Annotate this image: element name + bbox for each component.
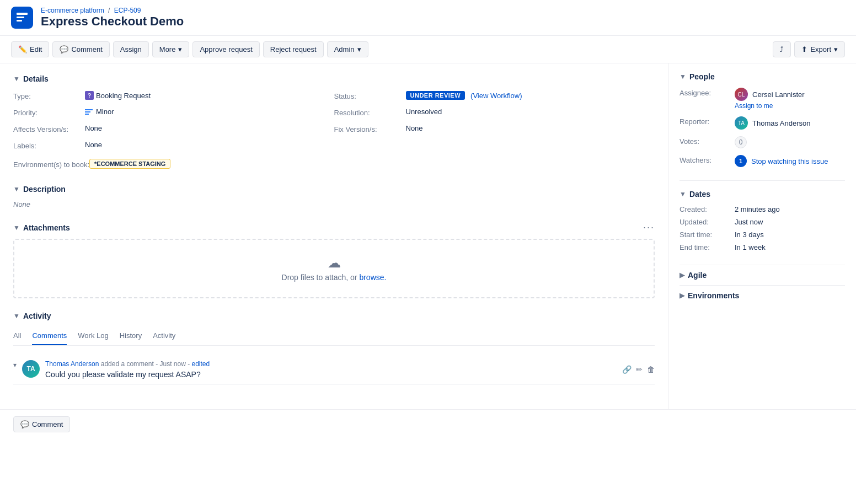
end-time-label: End time: [680, 243, 735, 251]
environments-chevron-icon: ▶ [680, 292, 684, 299]
comment-collapse-button[interactable]: ▾ [13, 360, 17, 369]
details-grid: Type: ? Booking Request Priority: [13, 90, 655, 171]
view-workflow-link[interactable]: (View Workflow) [470, 92, 522, 100]
stop-watching-link[interactable]: Stop watching this issue [751, 157, 828, 165]
export-button[interactable]: ⬆ Export ▾ [794, 41, 845, 57]
bottom-comment-icon: 💬 [20, 420, 29, 428]
labels-label: Labels: [13, 141, 85, 150]
assignee-value: CL Cersei Lannister Assign to me [735, 88, 845, 110]
reporter-name: Thomas Anderson [752, 119, 811, 127]
environment-label: Environment(s) to book: [13, 159, 89, 169]
comment-button[interactable]: 💬 Comment [52, 41, 109, 57]
end-time-row: End time: In 1 week [680, 243, 845, 251]
agile-section[interactable]: ▶ Agile [680, 265, 845, 285]
fix-value: None [406, 124, 423, 132]
type-value: ? Booking Request [85, 91, 151, 100]
description-text: None [13, 200, 655, 208]
people-chevron-icon: ▼ [680, 73, 686, 81]
assignee-row: Assignee: CL Cersei Lannister Assign to … [680, 88, 845, 110]
type-row: Type: ? Booking Request [13, 90, 334, 105]
comment-body: Thomas Anderson added a comment - Just n… [45, 360, 617, 379]
drop-zone[interactable]: ☁ Drop files to attach, or browse. [13, 239, 655, 298]
description-section-header[interactable]: ▼ Description [13, 185, 655, 194]
browse-link[interactable]: browse. [359, 273, 386, 282]
start-time-row: Start time: In 3 days [680, 230, 845, 239]
booking-type-icon: ? [85, 91, 94, 100]
comment-delete-icon[interactable]: 🗑 [647, 365, 655, 374]
priority-icon [85, 109, 93, 115]
tab-comments[interactable]: Comments [32, 327, 67, 345]
right-panel: ▼ People Assignee: CL Cersei Lannister A… [668, 63, 856, 409]
comment-text: Could you please validate my request ASA… [45, 370, 617, 379]
approve-button[interactable]: Approve request [192, 41, 259, 57]
status-row: Status: UNDER REVIEW (View Workflow) [334, 90, 655, 105]
dates-section-header[interactable]: ▼ Dates [680, 190, 845, 199]
export-icon: ⬆ [801, 45, 807, 53]
votes-value: 0 [735, 136, 845, 148]
comment-author-link[interactable]: Thomas Anderson [45, 360, 99, 368]
assignee-label: Assignee: [680, 88, 735, 97]
agile-chevron-icon: ▶ [680, 271, 684, 279]
watchers-value: 1 Stop watching this issue [735, 155, 845, 167]
people-section-title: People [689, 72, 715, 81]
updated-label: Updated: [680, 218, 735, 226]
activity-section-header[interactable]: ▼ Activity [13, 312, 655, 320]
start-time-label: Start time: [680, 230, 735, 239]
edit-icon: ✏️ [18, 45, 27, 53]
toolbar: ✏️ Edit 💬 Comment Assign More ▾ Approve … [0, 36, 856, 63]
affects-value: None [85, 124, 102, 132]
details-chevron-icon: ▼ [13, 75, 20, 83]
assign-to-me-link[interactable]: Assign to me [735, 102, 845, 110]
watchers-row: Watchers: 1 Stop watching this issue [680, 155, 845, 167]
comment-link-icon[interactable]: 🔗 [622, 365, 632, 374]
activity-chevron-icon: ▼ [13, 312, 20, 320]
end-time-value: In 1 week [735, 243, 766, 251]
details-right-col: Status: UNDER REVIEW (View Workflow) Res… [334, 90, 655, 171]
dates-chevron-icon: ▼ [680, 190, 686, 198]
share-button[interactable]: ⤴ [773, 41, 791, 57]
comment-author-avatar: TA [22, 360, 40, 378]
dates-section: ▼ Dates Created: 2 minutes ago Updated: … [680, 190, 845, 251]
admin-chevron-icon: ▾ [357, 45, 361, 53]
edit-button[interactable]: ✏️ Edit [11, 41, 49, 57]
status-value: UNDER REVIEW (View Workflow) [406, 91, 522, 100]
environments-section-title: Environments [688, 291, 739, 300]
start-time-value: In 3 days [735, 230, 764, 239]
share-icon: ⤴ [780, 45, 784, 53]
watchers-badge: 1 [735, 155, 747, 167]
attachments-chevron-icon: ▼ [13, 224, 20, 232]
comment-edit-icon[interactable]: ✏ [636, 365, 643, 374]
comment-item: ▾ TA Thomas Anderson added a comment - J… [13, 355, 655, 385]
upload-icon: ☁ [30, 255, 638, 271]
comment-action: added a comment - Just now - [101, 360, 192, 368]
assignee-avatar: CL [735, 88, 748, 101]
page-title: Express Checkout Demo [41, 14, 184, 29]
more-button[interactable]: More ▾ [152, 41, 190, 57]
bottom-comment-button[interactable]: 💬 Comment [13, 416, 70, 432]
status-label: Status: [334, 91, 406, 100]
people-section-header[interactable]: ▼ People [680, 72, 845, 81]
updated-value: Just now [735, 218, 763, 226]
assign-button[interactable]: Assign [113, 41, 149, 57]
environment-row: Environment(s) to book: *ECOMMERCE STAGI… [13, 156, 334, 171]
reject-button[interactable]: Reject request [263, 41, 324, 57]
resolution-row: Resolution: Unresolved [334, 106, 655, 122]
details-section-header[interactable]: ▼ Details [13, 74, 655, 83]
tab-all[interactable]: All [13, 327, 21, 345]
status-badge: UNDER REVIEW [406, 91, 466, 100]
tab-activity[interactable]: Activity [153, 327, 175, 345]
attachments-section-header[interactable]: ▼ Attachments [13, 223, 643, 232]
tab-history[interactable]: History [120, 327, 142, 345]
comment-edited-label: edited [191, 360, 210, 368]
labels-row: Labels: None [13, 140, 334, 155]
attachments-more-button[interactable]: ··· [643, 222, 655, 233]
project-link[interactable]: E-commerce platform [41, 7, 104, 14]
left-panel: ▼ Details Type: ? Booking Request Priori… [0, 63, 668, 409]
assignee-info: CL Cersei Lannister [735, 88, 845, 101]
reporter-row: Reporter: TA Thomas Anderson [680, 116, 845, 130]
tab-worklog[interactable]: Work Log [78, 327, 108, 345]
agile-section-title: Agile [688, 271, 707, 280]
admin-button[interactable]: Admin ▾ [327, 41, 368, 57]
issue-link[interactable]: ECP-509 [114, 7, 141, 14]
environments-section[interactable]: ▶ Environments [680, 285, 845, 305]
